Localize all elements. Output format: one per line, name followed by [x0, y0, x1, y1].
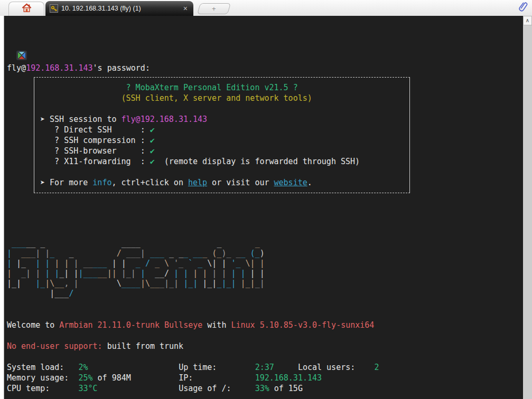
- ascii-art-line: | ___| |_ _ / ___| ___ _ __ ___ (_)_ __ …: [7, 249, 523, 259]
- mobaxterm-window: 10. 192.168.31.143 (fly) (1) × + fly@192…: [0, 0, 532, 399]
- ascii-art-line: _____ _ ____ _ _: [7, 239, 523, 249]
- blank: [7, 352, 523, 362]
- banner-title: ? MobaXterm Personal Edition v21.5 ?: [40, 82, 404, 93]
- ascii-art-line: | _| | | |_| ||_____|| |_| | __/ | | | |…: [7, 269, 523, 279]
- terminal-text: ✔: [150, 125, 155, 135]
- terminal-text: info: [92, 178, 111, 187]
- terminal-text: Welcome to: [7, 320, 59, 330]
- terminal-text: Memory usage:: [7, 373, 78, 383]
- tab-ssh-session[interactable]: 10. 192.168.31.143 (fly) (1) ×: [45, 1, 193, 16]
- tab-bar: 10. 192.168.31.143 (fly) (1) × +: [0, 0, 532, 16]
- terminal-text: with: [202, 320, 231, 330]
- terminal-text: built from trunk: [102, 341, 184, 351]
- system-load-line: System load: 2% Up time: 2:37 Local user…: [7, 362, 523, 373]
- terminal-text: .: [307, 178, 312, 187]
- terminal-text: ? Direct SSH :: [40, 125, 150, 135]
- scroll-up-button[interactable]: ∧: [523, 16, 532, 25]
- motd-output: Welcome to Armbian 21.11.0-trunk Bullsey…: [7, 320, 523, 399]
- terminal-text: ? X11-forwarding :: [40, 157, 150, 166]
- direct-ssh-line: ? Direct SSH : ✔: [40, 125, 404, 135]
- terminal-text: fly@: [7, 63, 26, 73]
- terminal-text: of 15G: [269, 384, 303, 393]
- blank: [7, 394, 523, 399]
- mobaxterm-logo-icon: [16, 51, 27, 63]
- password-prompt-line: fly@192.168.31.143's password:: [7, 40, 523, 51]
- blank: [40, 167, 404, 177]
- x11-forwarding-line: ? X11-forwarding : ✔ (remote display is …: [40, 156, 404, 167]
- terminal-text: IP:: [179, 373, 255, 383]
- terminal-text: System load:: [7, 363, 78, 372]
- terminal-text: or visit our: [207, 178, 274, 187]
- terminal-text: ? SSH compression :: [40, 136, 150, 145]
- attach-button[interactable]: [517, 1, 529, 15]
- terminal-text: No end-user support:: [7, 341, 102, 351]
- terminal-text: (remote display is forwarded through SSH…: [155, 157, 360, 166]
- blank: [40, 103, 404, 114]
- terminal-text: 25%: [78, 373, 92, 383]
- terminal-text: Usage of /:: [179, 384, 255, 393]
- terminal-text: Local users:: [298, 363, 375, 372]
- new-tab-button[interactable]: +: [197, 3, 231, 14]
- memory-usage-line: Memory usage: 25% of 984M IP: 192.168.31…: [7, 373, 523, 383]
- welcome-line: Welcome to Armbian 21.11.0-trunk Bullsey…: [7, 320, 523, 330]
- terminal-text: Armbian 21.11.0-trunk Bullseye: [59, 320, 202, 330]
- terminal[interactable]: fly@192.168.31.143's password: ? MobaXte…: [4, 16, 523, 399]
- cpu-temp-line: CPU temp: 33°C Usage of /: 33% of 15G: [7, 383, 523, 394]
- terminal-text: 33°C: [78, 384, 97, 393]
- terminal-text: 192.168.31.143: [255, 373, 322, 383]
- more-info-line: ➤ For more info, ctrl+click on help or v…: [40, 177, 404, 188]
- ascii-art-line: |_| |_|\__, | \____|\___|_| |_| |_|_|_| …: [7, 279, 523, 289]
- terminal-text: 2%: [78, 363, 88, 372]
- terminal-text: fly@192.168.31.143: [122, 115, 208, 124]
- website-link[interactable]: website: [274, 178, 307, 187]
- terminal-text: 's password:: [93, 63, 150, 73]
- terminal-scrollbar[interactable]: ∧: [523, 16, 532, 399]
- banner-subtitle: (SSH client, X server and network tools): [40, 93, 404, 103]
- mobaxterm-banner-box: ? MobaXterm Personal Edition v21.5 ? (SS…: [34, 77, 410, 193]
- terminal-text: ✔: [150, 146, 155, 156]
- terminal-text: 2: [374, 363, 379, 372]
- terminal-text: 2:37: [255, 363, 274, 372]
- no-support-line: No end-user support: built from trunk: [7, 341, 523, 352]
- terminal-text: 33%: [255, 384, 269, 393]
- terminal-text: ✔: [150, 157, 155, 166]
- terminal-text: [98, 384, 179, 393]
- ascii-art-line: |___/: [7, 289, 523, 299]
- window-left-gutter: [0, 16, 4, 399]
- terminal-text: ? MobaXterm Personal Edition v21.5 ?: [40, 83, 298, 92]
- home-icon: [22, 3, 32, 15]
- terminal-text: [131, 373, 179, 383]
- main-area: fly@192.168.31.143's password: ? MobaXte…: [0, 16, 532, 399]
- terminal-text: [88, 363, 179, 372]
- ssh-session-line: ➤ SSH session to fly@192.168.31.143: [40, 114, 404, 125]
- terminal-text: , ctrl+click on: [111, 178, 188, 187]
- terminal-text: of 984M: [93, 373, 131, 383]
- terminal-text: ? SSH-browser :: [40, 146, 150, 156]
- terminal-text: ➤ For more: [40, 178, 92, 187]
- plus-icon: +: [212, 5, 216, 12]
- terminal-text: Linux 5.10.85-v3.0-fly-sunxi64: [231, 320, 374, 330]
- terminal-text: (SSH client, X server and network tools): [40, 93, 312, 103]
- key-icon: [50, 4, 58, 13]
- help-link[interactable]: help: [188, 178, 207, 187]
- paperclip-icon: [519, 1, 528, 15]
- terminal-text: ✔: [150, 136, 155, 145]
- fly-gemini-ascii-logo: _____ _ ____ _ _ | ___| |_ _ / ___| ___ …: [7, 239, 523, 299]
- ascii-art-line: | |_ | | | | | _____ | | _ / _ \ '_ ` _ …: [7, 259, 523, 269]
- terminal-output: fly@192.168.31.143's password:: [7, 40, 523, 51]
- blank: [7, 330, 523, 341]
- tab-home[interactable]: [8, 2, 44, 16]
- scrollbar-track[interactable]: [523, 25, 532, 399]
- terminal-text: Up time:: [179, 363, 255, 372]
- terminal-text: ➤ SSH session to: [40, 115, 122, 124]
- ssh-compression-line: ? SSH compression : ✔: [40, 135, 404, 146]
- terminal-text: 192.168.31.143: [26, 63, 92, 73]
- terminal-text: CPU temp:: [7, 384, 78, 393]
- terminal-text: [274, 363, 298, 372]
- ssh-browser-line: ? SSH-browser : ✔: [40, 146, 404, 156]
- tab-label: 10. 192.168.31.143 (fly) (1): [61, 5, 179, 12]
- tab-close-icon[interactable]: ×: [182, 5, 189, 12]
